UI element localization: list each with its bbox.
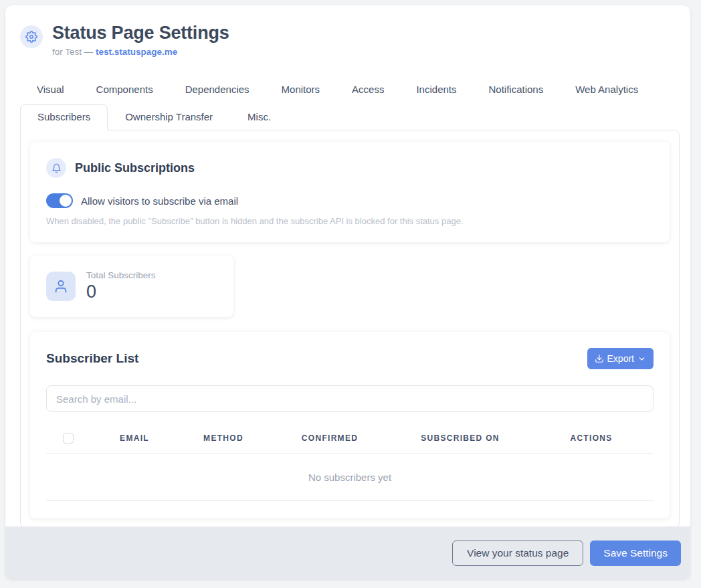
tab-misc[interactable]: Misc. (230, 104, 288, 130)
save-settings-button[interactable]: Save Settings (590, 541, 681, 566)
select-all-cell (46, 433, 90, 444)
allow-subscribe-toggle[interactable] (46, 193, 73, 208)
user-icon (46, 272, 76, 301)
bell-icon (46, 158, 66, 178)
column-subscribed-on: SUBSCRIBED ON (391, 433, 529, 443)
column-confirmed: CONFIRMED (268, 433, 391, 443)
header-text: Status Page Settings for Test — test.sta… (52, 23, 229, 57)
subtitle-prefix: for Test — (52, 47, 96, 57)
column-method: METHOD (179, 433, 268, 443)
total-subscribers-card: Total Subscribers 0 (30, 256, 233, 317)
subscriber-list-card: Subscriber List Export (30, 332, 670, 518)
chevron-down-icon (637, 355, 646, 363)
gear-icon (20, 25, 43, 48)
empty-state: No subscribers yet (46, 454, 654, 501)
download-icon (595, 354, 604, 363)
subscribers-panel: Public Subscriptions Allow visitors to s… (20, 130, 680, 528)
settings-window: Status Page Settings for Test — test.sta… (5, 5, 690, 579)
subscribe-toggle-row: Allow visitors to subscribe via email (46, 193, 654, 208)
stat-value: 0 (86, 282, 156, 302)
tab-subscribers[interactable]: Subscribers (20, 104, 108, 130)
public-subscriptions-card: Public Subscriptions Allow visitors to s… (30, 142, 670, 242)
select-all-checkbox[interactable] (63, 433, 74, 444)
view-status-page-button[interactable]: View your status page (452, 541, 583, 566)
subscriber-list-title: Subscriber List (46, 351, 138, 366)
stat-text: Total Subscribers 0 (86, 270, 156, 302)
page-subtitle: for Test — test.statuspage.me (52, 47, 229, 57)
tab-incidents[interactable]: Incidents (416, 84, 456, 104)
tab-access[interactable]: Access (352, 84, 384, 104)
toggle-helper-text: When disabled, the public "Subscribe" bu… (46, 216, 654, 226)
search-input[interactable] (46, 385, 654, 412)
tab-visual[interactable]: Visual (37, 84, 64, 104)
toggle-label: Allow visitors to subscribe via email (81, 195, 238, 207)
export-button[interactable]: Export (587, 348, 654, 369)
tab-components[interactable]: Components (96, 84, 153, 104)
stat-label: Total Subscribers (86, 270, 156, 280)
export-label: Export (607, 353, 634, 364)
public-subscriptions-header: Public Subscriptions (46, 158, 654, 178)
column-actions: ACTIONS (529, 433, 654, 443)
tab-notifications[interactable]: Notifications (489, 84, 544, 104)
tab-monitors[interactable]: Monitors (282, 84, 320, 104)
toggle-knob (60, 195, 72, 207)
public-subscriptions-title: Public Subscriptions (75, 161, 195, 175)
tab-dependencies[interactable]: Dependencies (185, 84, 249, 104)
table-header-row: EMAIL METHOD CONFIRMED SUBSCRIBED ON ACT… (46, 423, 654, 454)
subscriber-list-header: Subscriber List Export (46, 348, 654, 369)
page-header: Status Page Settings for Test — test.sta… (5, 5, 690, 57)
footer-bar: View your status page Save Settings (5, 526, 690, 579)
tab-web-analytics[interactable]: Web Analytics (575, 84, 638, 104)
page-title: Status Page Settings (52, 23, 229, 43)
tab-bar-primary: Visual Components Dependencies Monitors … (37, 84, 690, 104)
status-page-link[interactable]: test.statuspage.me (96, 47, 177, 57)
tab-ownership-transfer[interactable]: Ownership Transfer (108, 104, 230, 130)
tab-bar-secondary: Subscribers Ownership Transfer Misc. (20, 104, 680, 130)
column-email: EMAIL (90, 433, 179, 443)
